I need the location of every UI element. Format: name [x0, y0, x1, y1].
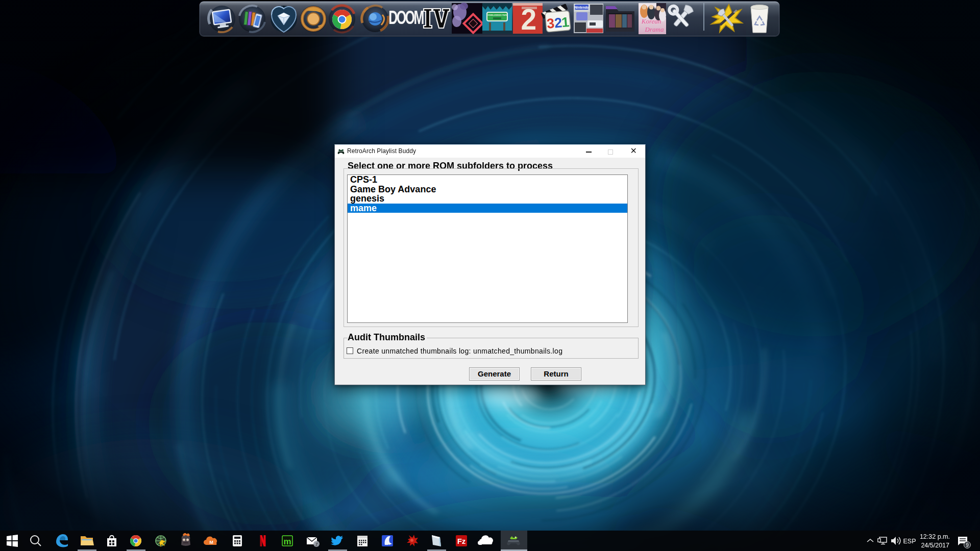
svg-text:ESP: ESP: [903, 538, 916, 545]
svg-text:Fz: Fz: [457, 537, 466, 545]
svg-text:9: 9: [966, 542, 969, 548]
svg-text:M: M: [209, 540, 213, 545]
svg-text:24/5/2017: 24/5/2017: [921, 542, 949, 549]
svg-text:m: m: [283, 537, 291, 546]
svg-text:12:32 p.m.: 12:32 p.m.: [920, 533, 950, 540]
svg-text:7: 7: [315, 542, 317, 547]
svg-text:1: 1: [561, 14, 570, 30]
svg-text:Drama: Drama: [645, 26, 664, 33]
svg-text:THIMBLEWEED PARK: THIMBLEWEED PARK: [486, 14, 508, 16]
svg-text:Nintendo: Nintendo: [574, 6, 589, 9]
svg-text:Korean: Korean: [641, 17, 662, 25]
svg-text:DOOM: DOOM: [388, 8, 424, 29]
svg-text:2: 2: [521, 3, 537, 36]
